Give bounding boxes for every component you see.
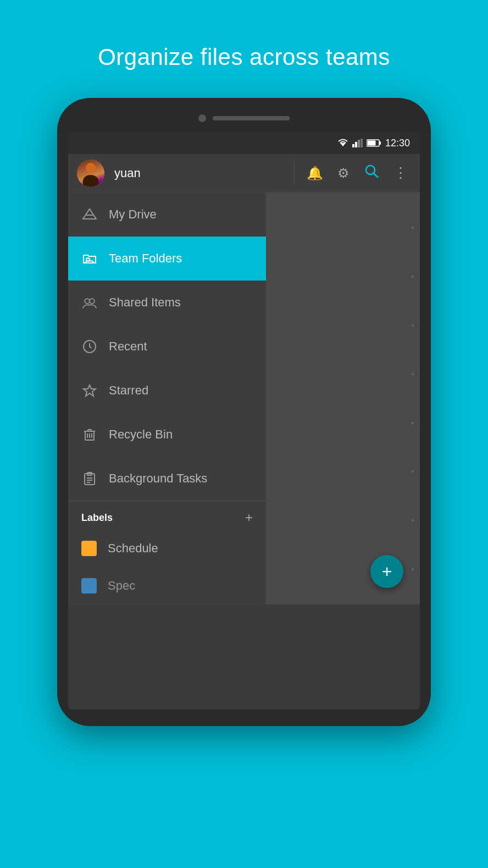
trash-icon bbox=[81, 426, 98, 443]
clipboard-icon bbox=[81, 470, 98, 487]
sidebar-item-recent[interactable]: Recent bbox=[68, 325, 266, 369]
svg-rect-3 bbox=[358, 140, 360, 147]
user-avatar[interactable] bbox=[77, 160, 104, 187]
sidebar-item-my-drive[interactable]: My Drive bbox=[68, 193, 266, 237]
search-icon[interactable] bbox=[359, 159, 384, 187]
content-panel: + bbox=[266, 193, 420, 605]
svg-rect-4 bbox=[361, 139, 363, 147]
svg-marker-16 bbox=[84, 385, 96, 396]
label-name: Spec bbox=[108, 579, 135, 593]
speaker bbox=[213, 116, 290, 120]
label-color-spec bbox=[81, 578, 97, 594]
notification-icon[interactable]: 🔔 bbox=[302, 161, 328, 185]
sidebar-item-label: Shared Items bbox=[109, 295, 181, 310]
status-icons: 12:30 bbox=[337, 138, 410, 149]
sidebar-item-label: My Drive bbox=[109, 207, 157, 222]
svg-marker-10 bbox=[83, 209, 96, 219]
signal-icon bbox=[352, 139, 363, 147]
more-menu-icon[interactable]: ⋮ bbox=[389, 160, 411, 186]
star-icon bbox=[81, 382, 98, 399]
settings-icon[interactable]: ⚙ bbox=[333, 161, 354, 185]
toolbar-username: yuan bbox=[114, 166, 286, 180]
svg-point-8 bbox=[366, 166, 375, 174]
status-time: 12:30 bbox=[385, 138, 410, 149]
battery-icon bbox=[367, 139, 382, 147]
drawer-area: My Drive Team Folders bbox=[68, 193, 420, 605]
page-tagline: Organize files across teams bbox=[0, 0, 488, 92]
sidebar-item-label: Recent bbox=[109, 339, 147, 354]
sidebar-item-team-folders[interactable]: Team Folders bbox=[68, 237, 266, 281]
sidebar-item-label: Background Tasks bbox=[109, 471, 207, 486]
app-toolbar: yuan 🔔 ⚙ ⋮ bbox=[68, 154, 420, 193]
phone-device: 12:30 yuan 🔔 ⚙ bbox=[57, 98, 431, 726]
front-camera bbox=[198, 114, 206, 122]
labels-section: Labels + bbox=[68, 501, 266, 530]
sidebar-item-label: Team Folders bbox=[109, 251, 182, 266]
sidebar-item-background-tasks[interactable]: Background Tasks bbox=[68, 457, 266, 501]
drive-icon bbox=[81, 206, 98, 223]
scroll-indicator bbox=[411, 193, 414, 605]
shared-items-icon bbox=[81, 294, 98, 311]
sidebar-item-shared-items[interactable]: Shared Items bbox=[68, 281, 266, 325]
status-bar: 12:30 bbox=[68, 132, 420, 154]
phone-screen: 12:30 yuan 🔔 ⚙ bbox=[68, 132, 420, 710]
labels-title: Labels bbox=[81, 512, 113, 524]
recent-icon bbox=[81, 338, 98, 355]
phone-top bbox=[68, 114, 420, 122]
sidebar-item-label: Recycle Bin bbox=[109, 427, 173, 442]
svg-rect-7 bbox=[379, 141, 381, 145]
svg-marker-0 bbox=[340, 143, 346, 146]
svg-rect-6 bbox=[367, 141, 375, 146]
sidebar: My Drive Team Folders bbox=[68, 193, 266, 605]
team-folder-icon bbox=[81, 250, 98, 267]
label-color-schedule bbox=[81, 541, 97, 556]
label-item-spec[interactable]: Spec bbox=[68, 567, 266, 605]
add-label-button[interactable]: + bbox=[245, 510, 253, 525]
sidebar-item-recycle-bin[interactable]: Recycle Bin bbox=[68, 413, 266, 457]
svg-point-13 bbox=[85, 299, 90, 304]
toolbar-divider bbox=[294, 162, 295, 184]
wifi-icon bbox=[337, 139, 349, 147]
svg-rect-2 bbox=[355, 142, 357, 147]
svg-line-9 bbox=[374, 173, 378, 178]
sidebar-item-label: Starred bbox=[109, 383, 148, 398]
label-item-schedule[interactable]: Schedule bbox=[68, 530, 266, 567]
fab-plus-icon: + bbox=[382, 563, 392, 580]
svg-rect-1 bbox=[352, 144, 354, 147]
svg-point-14 bbox=[90, 299, 95, 304]
sidebar-item-starred[interactable]: Starred bbox=[68, 369, 266, 413]
label-name: Schedule bbox=[108, 541, 158, 556]
fab-button[interactable]: + bbox=[370, 555, 403, 588]
